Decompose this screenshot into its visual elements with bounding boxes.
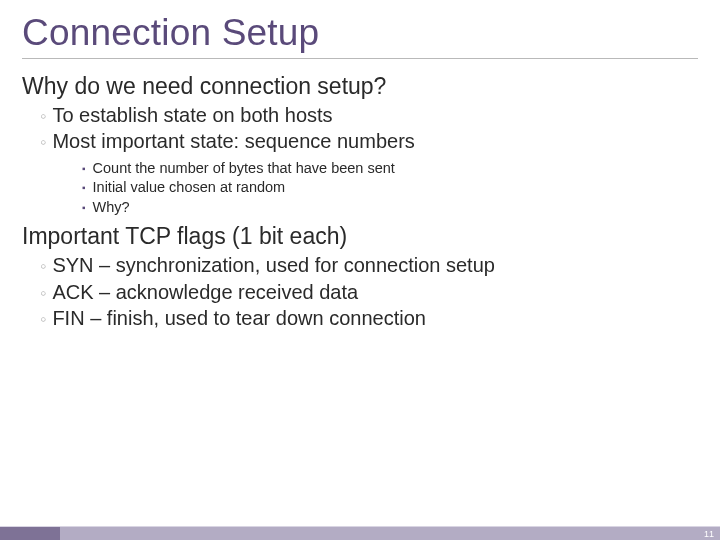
- list-item-text: Count the number of bytes that have been…: [93, 159, 395, 179]
- list-item-text: To establish state on both hosts: [52, 102, 332, 128]
- list-item-text: ACK – acknowledge received data: [52, 279, 358, 305]
- list-item: ◦ Most important state: sequence numbers: [40, 128, 698, 154]
- bullet-square-icon: ▪: [82, 162, 86, 176]
- list-item-text: Most important state: sequence numbers: [52, 128, 414, 154]
- slide: Connection Setup Why do we need connecti…: [0, 0, 720, 540]
- bullet-ring-icon: ◦: [40, 282, 46, 305]
- slide-title: Connection Setup: [22, 12, 698, 54]
- section-heading: Why do we need connection setup?: [22, 73, 698, 100]
- bullet-square-icon: ▪: [82, 181, 86, 195]
- title-rule: [22, 58, 698, 59]
- page-number: 11: [704, 529, 714, 539]
- list-item-text: Initial value chosen at random: [93, 178, 286, 198]
- list-item: ▪ Initial value chosen at random: [82, 178, 698, 198]
- list-item: ▪ Why?: [82, 198, 698, 218]
- list-item-text: SYN – synchronization, used for connecti…: [52, 252, 494, 278]
- bullet-ring-icon: ◦: [40, 255, 46, 278]
- bullet-list: ◦ To establish state on both hosts ◦ Mos…: [40, 102, 698, 217]
- bullet-ring-icon: ◦: [40, 308, 46, 331]
- list-item: ◦ SYN – synchronization, used for connec…: [40, 252, 698, 278]
- bullet-ring-icon: ◦: [40, 105, 46, 128]
- bullet-ring-icon: ◦: [40, 131, 46, 154]
- list-item: ◦ To establish state on both hosts: [40, 102, 698, 128]
- slide-footer: 11: [0, 526, 720, 540]
- list-item: ◦ ACK – acknowledge received data: [40, 279, 698, 305]
- list-item-text: Why?: [93, 198, 130, 218]
- sub-bullet-list: ▪ Count the number of bytes that have be…: [82, 159, 698, 218]
- list-item: ▪ Count the number of bytes that have be…: [82, 159, 698, 179]
- footer-bar: [0, 527, 720, 540]
- bullet-list: ◦ SYN – synchronization, used for connec…: [40, 252, 698, 331]
- bullet-square-icon: ▪: [82, 201, 86, 215]
- list-item: ◦ FIN – finish, used to tear down connec…: [40, 305, 698, 331]
- footer-accent: [0, 527, 60, 540]
- list-item-text: FIN – finish, used to tear down connecti…: [52, 305, 426, 331]
- section-heading: Important TCP flags (1 bit each): [22, 223, 698, 250]
